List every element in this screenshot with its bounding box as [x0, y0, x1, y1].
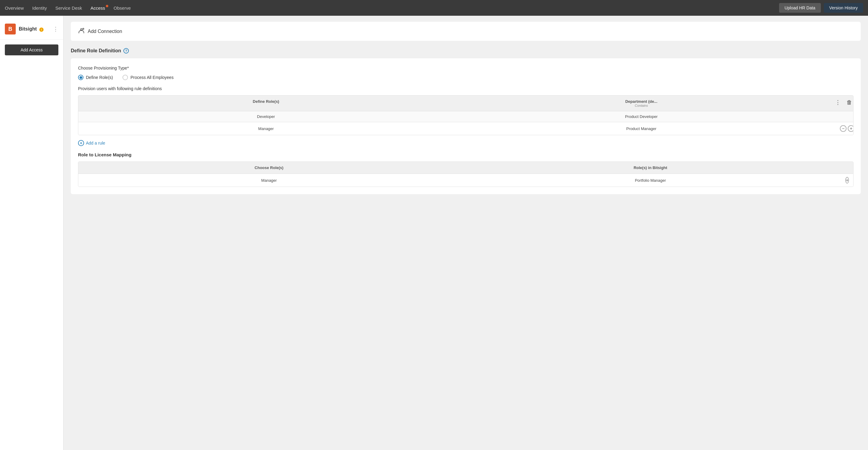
nav-identity[interactable]: Identity	[32, 4, 47, 12]
brand-info-icon: i	[39, 28, 43, 32]
rule-col2-sub: Contains	[459, 104, 824, 107]
provisioning-type-radio-group: Define Role(s) Process All Employees	[78, 75, 854, 80]
version-history-button[interactable]: Version History	[824, 3, 863, 13]
top-nav: Overview Identity Service Desk Access Ob…	[0, 0, 868, 16]
license-col1-header: Choose Role(s)	[78, 162, 460, 173]
role-license-label: Role to License Mapping	[78, 152, 854, 157]
add-access-button[interactable]: Add Access	[5, 44, 58, 55]
rule-table-row: Manager Product Manager − +	[78, 122, 853, 135]
nav-items: Overview Identity Service Desk Access Ob…	[5, 4, 779, 12]
rule-table-row: Developer Product Developer	[78, 111, 853, 122]
provision-users-text: Provision users with following rule defi…	[78, 86, 854, 91]
layout: B Bitsight i ⋮ Add Access Add Connection	[0, 16, 868, 450]
license-row1-col1: Manager	[78, 174, 460, 187]
rule-row2-action-buttons: − +	[840, 125, 854, 132]
remove-row-button[interactable]: −	[840, 125, 846, 132]
nav-observe[interactable]: Observe	[114, 4, 131, 12]
rule-row1-col3	[829, 111, 841, 122]
provisioning-type-label: Choose Provisioning Type*	[78, 66, 854, 70]
license-row1-col2: Portfolio Manager	[460, 174, 841, 187]
nav-access[interactable]: Access	[90, 4, 105, 12]
svg-point-0	[81, 29, 82, 31]
rule-table-header: Define Role(s) Department (de... Contain…	[78, 96, 853, 111]
radio-define-roles-label: Define Role(s)	[86, 75, 113, 80]
main-content: Add Connection Define Role Definition ? …	[63, 16, 868, 450]
license-row1-actions: +	[841, 174, 853, 187]
upload-hr-button[interactable]: Upload HR Data	[779, 3, 821, 13]
nav-service-desk[interactable]: Service Desk	[55, 4, 82, 12]
rule-row1-col1: Developer	[78, 111, 454, 122]
rule-col3-dots[interactable]: ⋮	[834, 98, 842, 107]
rule-row2-col1: Manager	[78, 122, 454, 135]
rule-row2-col2: Product Manager	[454, 122, 829, 135]
rule-table: Define Role(s) Department (de... Contain…	[78, 95, 854, 135]
help-icon[interactable]: ?	[123, 48, 129, 54]
section-title-text: Define Role Definition	[71, 48, 121, 54]
radio-define-roles-circle	[78, 75, 84, 80]
add-rule-button[interactable]: + Add a rule	[78, 140, 105, 146]
radio-process-all-circle	[123, 75, 128, 80]
add-connection-card[interactable]: Add Connection	[71, 22, 861, 41]
nav-overview[interactable]: Overview	[5, 4, 24, 12]
license-table: Choose Role(s) Role(s) in Bitsight Manag…	[78, 161, 854, 187]
license-col3-header	[841, 162, 853, 173]
sidebar-brand: B Bitsight i ⋮	[0, 21, 63, 40]
sidebar-menu-dots[interactable]: ⋮	[53, 26, 58, 32]
add-rule-label: Add a rule	[86, 141, 105, 146]
rule-row1-col2: Product Developer	[454, 111, 829, 122]
radio-define-roles[interactable]: Define Role(s)	[78, 75, 113, 80]
access-badge	[106, 5, 108, 7]
delete-rule-icon[interactable]: 🗑	[846, 99, 852, 106]
section-header: Define Role Definition ?	[71, 48, 861, 54]
role-definition-card: Choose Provisioning Type* Define Role(s)…	[71, 58, 861, 194]
rule-row2-actions: − +	[841, 122, 853, 135]
nav-actions: Upload HR Data Version History	[779, 3, 863, 13]
rule-row1-col4	[841, 111, 853, 122]
rule-col4-header: 🗑	[841, 96, 853, 111]
rule-col1-header: Define Role(s)	[78, 96, 454, 111]
add-connection-label: Add Connection	[88, 29, 122, 34]
sidebar: B Bitsight i ⋮ Add Access	[0, 16, 63, 450]
add-license-row-button[interactable]: +	[845, 177, 849, 184]
license-table-row: Manager Portfolio Manager +	[78, 173, 853, 187]
license-table-header: Choose Role(s) Role(s) in Bitsight	[78, 162, 853, 173]
add-connection-icon	[78, 27, 85, 35]
rule-col2-header: Department (de... Contains	[454, 96, 829, 111]
radio-process-all-employees[interactable]: Process All Employees	[123, 75, 173, 80]
rule-row2-col3	[829, 122, 841, 135]
sidebar-logo: B	[5, 24, 16, 34]
radio-process-all-label: Process All Employees	[130, 75, 173, 80]
add-row-button[interactable]: +	[848, 125, 854, 132]
license-col2-header: Role(s) in Bitsight	[460, 162, 841, 173]
sidebar-brand-name: Bitsight i	[19, 26, 43, 32]
add-rule-plus-icon: +	[78, 140, 84, 146]
rule-col3-header: ⋮	[829, 96, 841, 111]
